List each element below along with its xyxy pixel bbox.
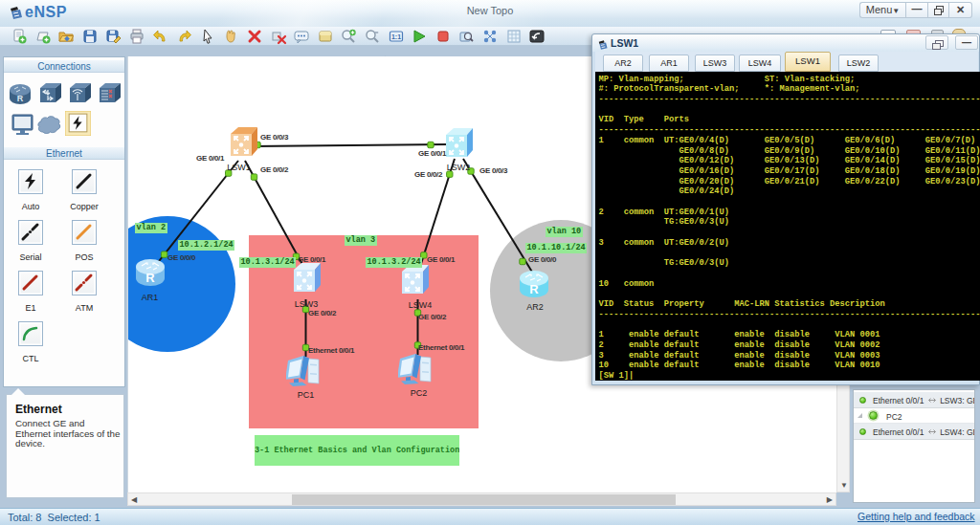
svg-text:1:1: 1:1 — [391, 33, 401, 40]
svg-text:R: R — [145, 271, 155, 285]
svg-text:R: R — [529, 282, 539, 296]
svg-text:R: R — [17, 94, 24, 103]
